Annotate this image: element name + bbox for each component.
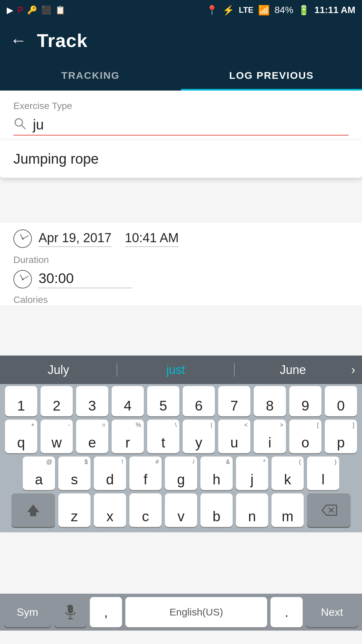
sym-key[interactable]: Sym xyxy=(4,597,51,627)
key-5[interactable]: 5 xyxy=(147,386,179,416)
key-8[interactable]: 8 xyxy=(254,386,286,416)
calories-section: Calories xyxy=(0,292,362,305)
suggestion-just[interactable]: just xyxy=(117,356,234,384)
suggestion-bar: July just June › xyxy=(0,356,362,384)
key-7[interactable]: 7 xyxy=(218,386,250,416)
key-q[interactable]: +q xyxy=(5,420,37,453)
svg-marker-2 xyxy=(27,504,39,516)
key-u[interactable]: <u xyxy=(218,420,250,453)
key-k[interactable]: (k xyxy=(272,457,304,490)
app-icon-2: ⬛ xyxy=(41,5,51,15)
battery-text: 84% xyxy=(275,5,293,15)
clock-icon xyxy=(13,229,32,248)
key-n[interactable]: n xyxy=(236,493,268,527)
status-indicators: 📍 ⚡ LTE 📶 84% 🔋 11:11 AM xyxy=(206,5,356,16)
key-w[interactable]: -w xyxy=(41,420,73,453)
svg-point-8 xyxy=(67,605,68,607)
key-6[interactable]: 6 xyxy=(183,386,215,416)
zxcv-row: z x c v b n m xyxy=(0,493,362,527)
key-d[interactable]: !d xyxy=(94,457,126,490)
svg-line-1 xyxy=(21,125,25,129)
key-p[interactable]: ]p xyxy=(325,420,357,453)
app-icon-3: 📋 xyxy=(55,5,65,15)
bluetooth-icon: ⚡ xyxy=(223,5,234,16)
key-3[interactable]: 3 xyxy=(76,386,108,416)
asdf-row: @a $s !d #f /g &h *j (k )l xyxy=(0,457,362,490)
key-c[interactable]: c xyxy=(129,493,162,527)
keyboard: 1 2 3 4 5 6 7 8 9 0 +q -w =e %r \t |y <u… xyxy=(0,384,362,532)
autocomplete-item[interactable]: Jumping rope xyxy=(0,140,362,178)
key-j[interactable]: *j xyxy=(236,457,268,490)
duration-row: 30:00 xyxy=(13,270,349,288)
status-icons: ▶ P 🔑 ⬛ 📋 xyxy=(7,5,65,15)
clock: 11:11 AM xyxy=(314,5,355,15)
key-0[interactable]: 0 xyxy=(325,386,357,416)
pinterest-icon: P xyxy=(17,5,23,15)
key-r[interactable]: %r xyxy=(112,420,144,453)
suggestion-july[interactable]: July xyxy=(0,356,117,384)
duration-section: Duration 30:00 xyxy=(0,251,362,292)
app-icon-1: 🔑 xyxy=(27,5,37,15)
tab-tracking[interactable]: TRACKING xyxy=(0,60,181,91)
tab-log-previous[interactable]: LOG PREVIOUS xyxy=(181,60,362,91)
form-content: Exercise Type ju Jumping rope xyxy=(0,91,362,142)
key-s[interactable]: $s xyxy=(58,457,90,490)
status-bar: ▶ P 🔑 ⬛ 📋 📍 ⚡ LTE 📶 84% 🔋 11:11 AM xyxy=(0,0,362,20)
exercise-search-row: ju xyxy=(13,117,349,136)
autocomplete-dropdown: Jumping rope xyxy=(0,140,362,178)
key-m[interactable]: m xyxy=(272,493,304,527)
key-h[interactable]: &h xyxy=(200,457,233,490)
key-2[interactable]: 2 xyxy=(41,386,73,416)
svg-rect-5 xyxy=(68,605,73,613)
key-y[interactable]: |y xyxy=(183,420,215,453)
suggestion-more-icon[interactable]: › xyxy=(351,363,362,377)
key-z[interactable]: z xyxy=(58,493,90,527)
duration-field[interactable]: 30:00 xyxy=(39,270,132,288)
calories-label: Calories xyxy=(13,294,349,305)
key-t[interactable]: \t xyxy=(147,420,179,453)
app-bar: ← Track xyxy=(0,20,362,60)
key-a[interactable]: @a xyxy=(23,457,55,490)
key-4[interactable]: 4 xyxy=(112,386,144,416)
page-title: Track xyxy=(37,30,87,51)
comma-key[interactable]: , xyxy=(90,597,122,627)
key-e[interactable]: =e xyxy=(76,420,108,453)
space-key[interactable]: English(US) xyxy=(125,597,267,627)
datetime-row: Apr 19, 2017 10:41 AM xyxy=(13,229,349,248)
qwerty-row: +q -w =e %r \t |y <u >i [o ]p xyxy=(0,420,362,453)
mic-key[interactable] xyxy=(54,597,86,627)
date-time-section: Apr 19, 2017 10:41 AM xyxy=(0,223,362,251)
shift-key[interactable] xyxy=(11,493,55,527)
duration-label: Duration xyxy=(13,255,349,265)
time-field[interactable]: 10:41 AM xyxy=(125,231,179,247)
battery-icon: 🔋 xyxy=(298,5,310,16)
date-field[interactable]: Apr 19, 2017 xyxy=(39,231,112,247)
duration-clock-icon xyxy=(13,270,32,288)
lte-indicator: LTE xyxy=(239,5,254,15)
key-1[interactable]: 1 xyxy=(5,386,37,416)
suggestion-june[interactable]: June xyxy=(235,356,351,384)
key-i[interactable]: >i xyxy=(254,420,286,453)
youtube-icon: ▶ xyxy=(7,5,13,15)
key-b[interactable]: b xyxy=(200,493,233,527)
key-v[interactable]: v xyxy=(165,493,197,527)
number-row: 1 2 3 4 5 6 7 8 9 0 xyxy=(0,386,362,416)
key-9[interactable]: 9 xyxy=(289,386,321,416)
key-o[interactable]: [o xyxy=(289,420,321,453)
keyboard-bottom-bar: Sym , English(US) . Next xyxy=(0,594,362,631)
back-button[interactable]: ← xyxy=(10,31,27,50)
key-l[interactable]: )l xyxy=(307,457,339,490)
key-x[interactable]: x xyxy=(94,493,126,527)
search-icon xyxy=(13,117,26,133)
exercise-type-input[interactable]: ju xyxy=(33,117,349,133)
signal-icon: 📶 xyxy=(258,5,270,16)
exercise-type-label: Exercise Type xyxy=(13,101,349,111)
location-icon: 📍 xyxy=(206,5,218,16)
svg-point-9 xyxy=(68,605,70,606)
tab-bar: TRACKING LOG PREVIOUS xyxy=(0,60,362,91)
key-g[interactable]: /g xyxy=(165,457,197,490)
delete-key[interactable] xyxy=(307,493,351,527)
next-key[interactable]: Next xyxy=(306,597,358,627)
period-key[interactable]: . xyxy=(270,597,303,627)
key-f[interactable]: #f xyxy=(129,457,162,490)
